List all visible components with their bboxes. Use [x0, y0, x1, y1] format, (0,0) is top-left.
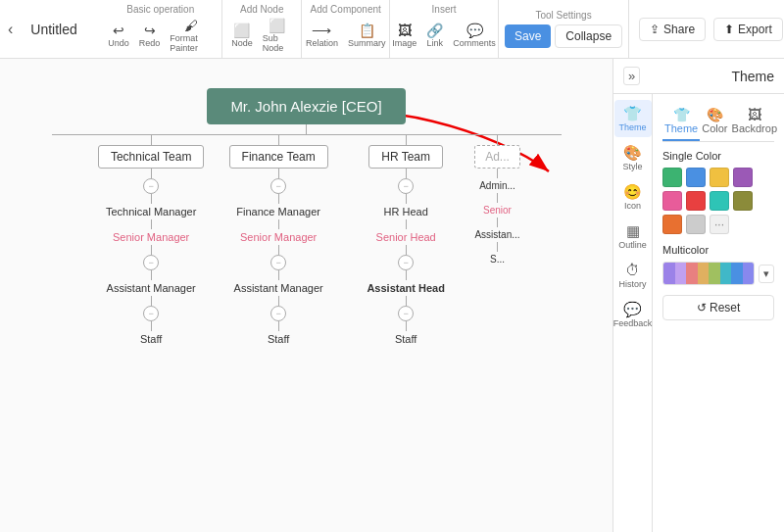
right-panel-header: » Theme	[613, 59, 784, 94]
toolbar: ‹ Untitled Basic operation ↩ Undo ↪ Redo…	[0, 0, 784, 59]
theme-tabs: 👕 Theme 🎨 Color 🖼 Backdrop	[662, 102, 774, 142]
hr-senior-text: Senior Head	[376, 231, 436, 243]
canvas[interactable]: Mr. John Alexzie [CEO] Technical Team − …	[0, 59, 612, 532]
hr-team-circle[interactable]: −	[398, 178, 414, 194]
finance-team-node[interactable]: Finance Team	[229, 145, 328, 169]
feedback-side-icon[interactable]: 💬 Feedback	[614, 296, 652, 333]
single-color-swatch-3[interactable]	[733, 168, 753, 187]
technical-team-node[interactable]: Technical Team	[98, 145, 205, 169]
finance-staff-text: Staff	[268, 333, 289, 345]
single-color-swatch-5[interactable]	[686, 191, 706, 211]
finance-senior-text: Senior Manager	[240, 231, 317, 243]
format-painter-icon: 🖌	[184, 19, 198, 32]
multi-color-swatch-1[interactable]	[675, 263, 687, 284]
single-color-swatch-7[interactable]	[733, 191, 753, 211]
multi-color-swatch-4[interactable]	[709, 263, 720, 284]
finance-team-col: Finance Team − Finance Manager Senior Ma…	[215, 135, 342, 347]
back-button[interactable]: ‹	[0, 0, 21, 58]
document-title[interactable]: Untitled	[21, 0, 99, 58]
node-button[interactable]: ⬜ Node	[228, 22, 256, 50]
image-button[interactable]: 🖼 Image	[389, 22, 419, 50]
comments-button[interactable]: 💬 Comments	[450, 22, 499, 50]
style-side-icon[interactable]: 🎨 Style	[614, 139, 652, 176]
right-panel: » Theme 👕 Theme 🎨 Style 😊 Icon ▦	[612, 59, 784, 532]
reset-button[interactable]: ↺ Reset	[662, 295, 774, 320]
format-painter-button[interactable]: 🖌 Format Painter	[167, 17, 216, 55]
redo-icon: ↪	[144, 24, 156, 37]
save-button[interactable]: Save	[505, 24, 551, 48]
panel-toggle-button[interactable]: »	[623, 67, 640, 85]
relation-icon: ⟶	[312, 24, 331, 37]
technical-team-circle[interactable]: −	[143, 178, 159, 194]
outline-icon: ▦	[626, 222, 640, 240]
node-icon: ⬜	[233, 24, 250, 37]
multi-color-swatch-3[interactable]	[698, 263, 710, 284]
tab-backdrop[interactable]: 🖼 Backdrop	[730, 102, 779, 141]
multicolor-dropdown[interactable]: ▾	[759, 265, 774, 283]
finance-team-circle[interactable]: −	[270, 178, 286, 194]
undo-button[interactable]: ↩ Undo	[105, 22, 132, 50]
hr-team-col: HR Team − HR Head Senior Head − Assistan…	[342, 135, 469, 347]
summary-button[interactable]: 📋 Summary	[345, 22, 389, 50]
add-component-group: Add Component ⟶ Relation 📋 Summary	[302, 0, 390, 58]
share-icon: ⇪	[650, 23, 660, 36]
tab-color[interactable]: 🎨 Color	[700, 102, 729, 141]
technical-manager-text: Technical Manager	[106, 206, 196, 218]
extra-s-text: S...	[490, 254, 505, 265]
insert-label: Insert	[396, 4, 492, 15]
hr-staff-text: Staff	[395, 333, 416, 345]
hr-assistant-text: Assistant Head	[367, 282, 444, 294]
right-panel-content: 👕 Theme 🎨 Color 🖼 Backdrop Single Color …	[653, 94, 784, 532]
multi-color-swatch-0[interactable]	[663, 263, 675, 284]
tool-settings-label: Tool Settings	[505, 10, 622, 21]
single-color-swatch-0[interactable]	[662, 168, 682, 187]
single-color-swatch-9[interactable]	[686, 215, 706, 234]
technical-assistant-text: Assistant Manager	[107, 282, 196, 294]
single-color-swatch-8[interactable]	[662, 215, 682, 234]
multi-color-swatch-7[interactable]	[743, 263, 755, 284]
add-node-label: Add Node	[228, 4, 295, 15]
sub-node-button[interactable]: ⬜ Sub Node	[260, 17, 296, 55]
more-colors-button[interactable]: ···	[710, 215, 729, 234]
single-color-swatch-6[interactable]	[710, 191, 729, 211]
image-icon: 🖼	[398, 24, 412, 37]
extra-node[interactable]: Ad...	[474, 145, 520, 169]
multi-color-swatch-6[interactable]	[731, 263, 743, 284]
side-icon-bar: 👕 Theme 🎨 Style 😊 Icon ▦ Outline ⏱	[613, 94, 653, 532]
redo-button[interactable]: ↪ Redo	[136, 22, 164, 50]
theme-side-icon[interactable]: 👕 Theme	[614, 100, 652, 137]
finance-assistant-text: Assistant Manager	[234, 282, 323, 294]
multi-color-swatch-2[interactable]	[686, 263, 698, 284]
multicolor-label: Multicolor	[662, 244, 774, 256]
single-color-swatch-4[interactable]	[662, 191, 682, 211]
extra-assistant-text: Assistan...	[474, 229, 519, 240]
basic-operation-group: Basic operation ↩ Undo ↪ Redo 🖌 Format P…	[99, 0, 222, 58]
right-panel-body: 👕 Theme 🎨 Style 😊 Icon ▦ Outline ⏱	[613, 94, 784, 532]
org-chart: Mr. John Alexzie [CEO] Technical Team − …	[0, 88, 612, 347]
tab-backdrop-icon: 🖼	[732, 107, 777, 122]
tab-theme[interactable]: 👕 Theme	[662, 102, 700, 141]
add-component-items: ⟶ Relation 📋 Summary	[308, 17, 383, 54]
undo-icon: ↩	[113, 24, 124, 37]
icon-side-icon[interactable]: 😊 Icon	[614, 178, 652, 216]
multi-color-swatch-5[interactable]	[720, 263, 732, 284]
history-side-icon[interactable]: ⏱ History	[614, 257, 652, 294]
single-color-label: Single Color	[662, 150, 774, 162]
single-color-swatch-2[interactable]	[710, 168, 729, 187]
feedback-icon: 💬	[623, 301, 642, 318]
multicolor-swatches	[662, 262, 755, 285]
root-node[interactable]: Mr. John Alexzie [CEO]	[207, 88, 405, 124]
export-icon: ⬆	[724, 23, 734, 36]
link-button[interactable]: 🔗 Link	[423, 22, 446, 50]
relation-button[interactable]: ⟶ Relation	[303, 22, 341, 50]
collapse-button[interactable]: Collapse	[555, 24, 622, 48]
extra-senior-text: Senior	[483, 205, 512, 216]
outline-side-icon[interactable]: ▦ Outline	[614, 218, 652, 255]
single-color-swatch-1[interactable]	[686, 168, 706, 187]
export-button[interactable]: ⬆ Export	[713, 18, 783, 41]
share-button[interactable]: ⇪ Share	[639, 18, 706, 41]
add-node-items: ⬜ Node ⬜ Sub Node	[228, 17, 295, 55]
basic-operation-items: ↩ Undo ↪ Redo 🖌 Format Painter	[105, 17, 216, 55]
hr-team-node[interactable]: HR Team	[368, 145, 443, 169]
toolbar-right: ⇪ Share ⬆ Export	[629, 0, 784, 58]
